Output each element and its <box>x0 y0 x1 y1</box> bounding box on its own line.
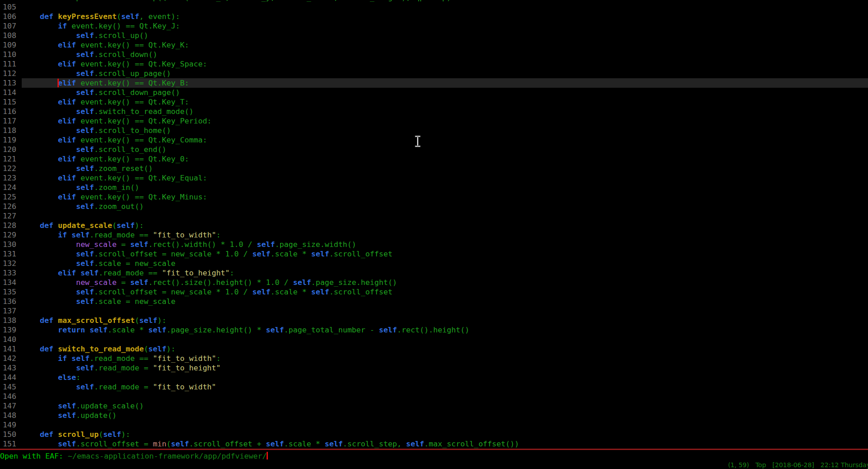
code-line: 111 elif event.key() == Qt.Key_Space: <box>0 59 868 69</box>
code-line: 114 self.scroll_down_page() <box>0 88 868 97</box>
buffer-position: Top <box>755 461 766 469</box>
line-number: 137 <box>0 306 16 316</box>
code-line: 143 self.read_mode = "fit_to_height" <box>0 363 868 373</box>
code-line: 116 self.switch_to_read_mode() <box>0 107 868 116</box>
code-text <box>22 306 868 316</box>
line-number: 126 <box>0 202 16 211</box>
code-line: 146 <box>0 392 868 401</box>
code-text: else: <box>22 373 868 382</box>
code-text <box>22 2 868 12</box>
line-number: 118 <box>0 126 16 135</box>
code-text: if event.key() == Qt.Key_J: <box>22 21 868 31</box>
date: [2018-06-28] <box>773 461 814 469</box>
line-number: 117 <box>0 116 16 126</box>
code-line: 107 if event.key() == Qt.Key_J: <box>0 21 868 31</box>
minibuffer[interactable]: Open with EAF: ~/emacs-application-frame… <box>0 451 868 461</box>
code-text: self.scroll_down_page() <box>22 88 868 97</box>
mouse-ibeam-cursor <box>415 135 421 147</box>
minibuffer-cursor <box>267 452 268 460</box>
code-line: 122 self.zoom_reset() <box>0 164 868 173</box>
code-text: return self.scale * self.page_size.heigh… <box>22 325 868 335</box>
code-text: self.scroll_to_end() <box>22 145 868 154</box>
code-text: elif event.key() == Qt.Key_Minus: <box>22 192 868 202</box>
code-line: 109 elif event.key() == Qt.Key_K: <box>0 40 868 50</box>
line-number: 105 <box>0 2 16 12</box>
code-text: elif event.key() == Qt.Key_K: <box>22 40 868 50</box>
line-number: 142 <box>0 354 16 363</box>
code-line: 132 self.scale = new_scale <box>0 259 868 268</box>
line-number: 120 <box>0 145 16 154</box>
code-text: def scroll_up(self): <box>22 430 868 439</box>
code-text: self.scroll_offset = new_scale * 1.0 / s… <box>22 249 868 259</box>
code-text: def max_scroll_offset(self): <box>22 316 868 325</box>
line-number: 143 <box>0 363 16 373</box>
line-number: 150 <box>0 430 16 439</box>
code-text: self.read_mode = "fit_to_height" <box>22 363 868 373</box>
line-number: 130 <box>0 240 16 249</box>
code-text: elif event.key() == Qt.Key_Equal: <box>22 173 868 183</box>
code-text: elif event.key() == Qt.Key_B: <box>22 78 868 88</box>
code-text: elif self.read_mode == "fit_to_height": <box>22 268 868 278</box>
line-number: 108 <box>0 31 16 40</box>
line-number: 148 <box>0 411 16 420</box>
code-text: if self.read_mode == "fit_to_width": <box>22 230 868 240</box>
code-text: def update_scale(self): <box>22 221 868 230</box>
line-number: 133 <box>0 268 16 278</box>
line-number: 109 <box>0 40 16 50</box>
line-number: 136 <box>0 297 16 306</box>
line-number: 122 <box>0 164 16 173</box>
line-number: 112 <box>0 69 16 78</box>
line-number: 140 <box>0 335 16 344</box>
line-number: 107 <box>0 21 16 31</box>
line-number: 111 <box>0 59 16 69</box>
code-line: 131 self.scroll_offset = new_scale * 1.0… <box>0 249 868 259</box>
code-line: 123 elif event.key() == Qt.Key_Equal: <box>0 173 868 183</box>
code-line: 121 elif event.key() == Qt.Key_0: <box>0 154 868 164</box>
line-number: 151 <box>0 439 16 449</box>
code-text: self.scale = new_scale <box>22 259 868 268</box>
code-text: elif event.key() == Qt.Key_Period: <box>22 116 868 126</box>
code-line: 142 if self.read_mode == "fit_to_width": <box>0 354 868 363</box>
code-line: 137 <box>0 306 868 316</box>
code-text <box>22 211 868 221</box>
code-line: 124 self.zoom_in() <box>0 183 868 192</box>
code-text: new_scale = self.rect().width() * 1.0 / … <box>22 240 868 249</box>
code-line: 128 def update_scale(self): <box>0 221 868 230</box>
minibuffer-input[interactable]: ~/emacs-application-framework/app/pdfvie… <box>68 452 267 460</box>
code-text: self.scroll_up_page() <box>22 69 868 78</box>
code-line: 147 self.update_scale() <box>0 401 868 411</box>
mode-line-rule <box>0 449 868 450</box>
code-buffer[interactable]: 104 painter.drawPixmap(QRect(render_x, r… <box>0 0 868 449</box>
line-number: 134 <box>0 278 16 287</box>
line-number: 121 <box>0 154 16 164</box>
code-line: 126 self.zoom_out() <box>0 202 868 211</box>
code-line: 112 self.scroll_up_page() <box>0 69 868 78</box>
code-line: 115 elif event.key() == Qt.Key_T: <box>0 97 868 107</box>
code-line: 130 new_scale = self.rect().width() * 1.… <box>0 240 868 249</box>
line-number: 144 <box>0 373 16 382</box>
code-line: 144 else: <box>0 373 868 382</box>
code-text: elif event.key() == Qt.Key_Space: <box>22 59 868 69</box>
line-number: 114 <box>0 88 16 97</box>
line-number: 127 <box>0 211 16 221</box>
code-text: self.scale = new_scale <box>22 297 868 306</box>
line-number: 115 <box>0 97 16 107</box>
code-text: elif event.key() == Qt.Key_0: <box>22 154 868 164</box>
code-text: self.scroll_to_home() <box>22 126 868 135</box>
line-number: 149 <box>0 420 16 430</box>
code-text: self.zoom_out() <box>22 202 868 211</box>
code-line: 151 self.scroll_offset = min(self.scroll… <box>0 439 868 449</box>
code-line: 136 self.scale = new_scale <box>0 297 868 306</box>
line-number: 123 <box>0 173 16 183</box>
line-number: 145 <box>0 382 16 392</box>
line-number: 131 <box>0 249 16 259</box>
line-number: 124 <box>0 183 16 192</box>
code-line: 140 <box>0 335 868 344</box>
code-line: 145 self.read_mode = "fit_to_width" <box>0 382 868 392</box>
line-number: 132 <box>0 259 16 268</box>
code-line: 113 elif event.key() == Qt.Key_B: <box>0 78 868 88</box>
code-text <box>22 392 868 401</box>
code-line: 127 <box>0 211 868 221</box>
code-line: 125 elif event.key() == Qt.Key_Minus: <box>0 192 868 202</box>
code-line: 110 self.scroll_down() <box>0 50 868 59</box>
